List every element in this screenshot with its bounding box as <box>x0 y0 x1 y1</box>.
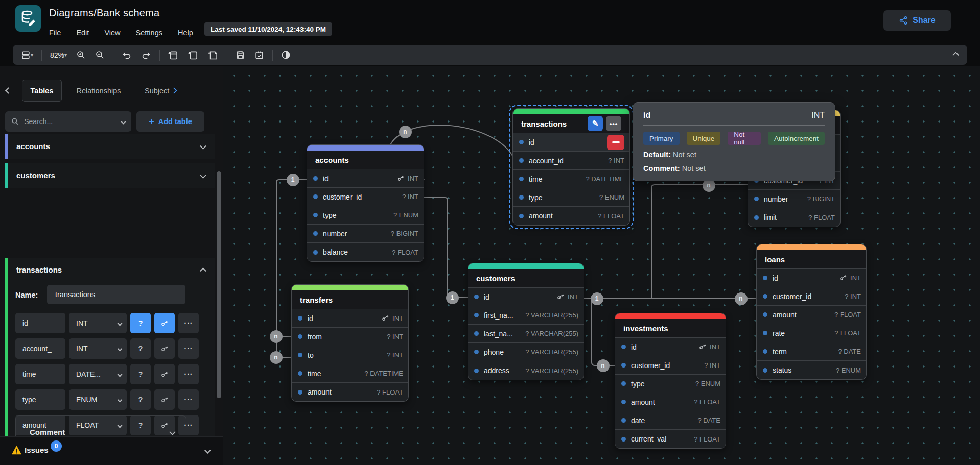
table-field-row[interactable]: idINT <box>307 169 424 188</box>
table-field-row[interactable]: phone? VARCHAR(255) <box>468 343 584 361</box>
zoom-out-button[interactable] <box>92 48 108 62</box>
field-name-button[interactable]: account_ <box>15 338 65 359</box>
table-field-row[interactable]: limit? FLOAT <box>748 208 840 227</box>
primary-key-toggle[interactable] <box>154 313 175 333</box>
table-field-row[interactable]: time? DATETIME <box>513 170 629 188</box>
app-logo[interactable] <box>15 5 41 32</box>
field-options-button[interactable]: ··· <box>178 338 199 359</box>
zoom-level-dropdown[interactable]: 82% ▾ <box>47 49 70 61</box>
nullable-toggle[interactable]: ? <box>130 364 151 384</box>
table-field-row[interactable]: amount? FLOAT <box>615 393 726 411</box>
table-transactions[interactable]: transactions✎•••idaccount_id? INTtime? D… <box>512 108 630 226</box>
field-type-dropdown[interactable]: ENUM <box>69 389 127 410</box>
table-field-row[interactable]: number? BIGINT <box>748 190 840 208</box>
layout-tool-button[interactable]: ▾ <box>18 48 36 62</box>
menu-item-edit[interactable]: Edit <box>76 29 89 37</box>
zoom-in-button[interactable] <box>73 48 89 62</box>
chevron-down-icon[interactable] <box>204 447 211 454</box>
table-field-row[interactable]: amount? FLOAT <box>757 306 866 324</box>
table-options-button[interactable]: ••• <box>606 116 621 131</box>
tabs-scroll-right-icon[interactable] <box>172 86 176 95</box>
chevron-down-icon[interactable] <box>200 172 206 179</box>
table-field-row[interactable]: amount? FLOAT <box>292 383 408 401</box>
table-field-row[interactable]: type? ENUM <box>615 375 726 393</box>
transactions-item-label[interactable]: transactions <box>16 265 62 274</box>
table-field-row[interactable]: date? DATE <box>615 411 726 430</box>
nullable-toggle[interactable]: ? <box>130 313 151 333</box>
chevron-down-icon[interactable] <box>200 143 206 150</box>
menu-item-view[interactable]: View <box>104 29 120 37</box>
add-note-tool[interactable] <box>205 48 222 62</box>
table-field-row[interactable]: idINT <box>292 309 408 328</box>
field-type-dropdown[interactable]: DATE... <box>69 364 127 384</box>
table-field-row[interactable]: rate? FLOAT <box>757 324 866 342</box>
field-type-dropdown[interactable]: INT <box>69 313 127 333</box>
tab-relationships[interactable]: Relationships <box>68 80 129 102</box>
search-input[interactable] <box>24 117 116 126</box>
field-name-button[interactable]: id <box>15 313 65 333</box>
table-field-row[interactable]: term? DATE <box>757 342 866 361</box>
table-field-row[interactable]: number? BIGINT <box>307 225 424 243</box>
table-field-row[interactable]: current_val? FLOAT <box>615 430 726 448</box>
table-field-row[interactable]: from? INT <box>292 328 408 346</box>
issues-bar[interactable]: Issues 0 <box>0 436 223 465</box>
table-field-row[interactable]: status? ENUM <box>757 361 866 379</box>
field-name-button[interactable]: type <box>15 389 65 410</box>
table-field-row[interactable]: customer_id? INT <box>615 356 726 375</box>
table-field-row[interactable]: idINT <box>757 269 866 287</box>
undo-button[interactable] <box>119 48 135 62</box>
menu-item-settings[interactable]: Settings <box>136 29 162 37</box>
table-field-row[interactable]: type? ENUM <box>513 188 629 207</box>
field-type-dropdown[interactable]: INT <box>69 338 127 359</box>
delete-field-button[interactable] <box>607 135 624 150</box>
table-field-row[interactable]: idINT <box>468 288 584 306</box>
sidebar-item-customers[interactable]: customers <box>5 163 215 188</box>
table-field-row[interactable]: to? INT <box>292 346 408 364</box>
search-filter-chevron-icon[interactable] <box>121 119 126 124</box>
edit-table-button[interactable]: ✎ <box>588 116 603 131</box>
menu-item-file[interactable]: File <box>49 29 61 37</box>
tabs-scroll-left-icon[interactable] <box>6 86 11 95</box>
table-accounts[interactable]: accountsidINTcustomer_id? INTtype? ENUMn… <box>307 144 424 262</box>
field-options-button[interactable]: ··· <box>178 389 199 410</box>
theme-toggle-button[interactable] <box>278 48 294 62</box>
table-field-row[interactable]: last_na...? VARCHAR(255) <box>468 325 584 343</box>
menu-item-help[interactable]: Help <box>178 29 193 37</box>
table-transfers[interactable]: transfersidINTfrom? INTto? INTtime? DATE… <box>291 284 409 402</box>
table-name-input[interactable] <box>47 285 185 304</box>
table-field-row[interactable]: customer_id? INT <box>307 188 424 206</box>
add-table-button[interactable]: + Add table <box>136 111 204 132</box>
primary-key-toggle[interactable] <box>154 338 175 359</box>
table-customers[interactable]: customersidINTfirst_na...? VARCHAR(255)l… <box>468 263 584 380</box>
table-field-row[interactable]: first_na...? VARCHAR(255) <box>468 306 584 325</box>
toolbar-collapse-button[interactable] <box>953 50 958 59</box>
table-field-row[interactable]: balance? FLOAT <box>307 243 424 261</box>
table-field-row[interactable]: time? DATETIME <box>292 364 408 383</box>
save-button[interactable] <box>232 48 248 62</box>
table-field-row[interactable]: account_id? INT <box>513 152 629 170</box>
nullable-toggle[interactable]: ? <box>130 389 151 410</box>
table-field-row[interactable]: customer_id? INT <box>757 287 866 306</box>
table-field-row[interactable]: id <box>513 133 629 152</box>
add-area-tool[interactable] <box>185 48 202 62</box>
table-field-row[interactable]: type? ENUM <box>307 206 424 225</box>
table-field-row[interactable]: address? VARCHAR(255) <box>468 361 584 380</box>
todo-button[interactable] <box>251 48 267 62</box>
tab-tables[interactable]: Tables <box>22 80 62 102</box>
field-options-button[interactable]: ··· <box>178 313 199 333</box>
share-button[interactable]: Share <box>883 10 951 31</box>
nullable-toggle[interactable]: ? <box>130 338 151 359</box>
sidebar-item-accounts[interactable]: accounts <box>5 134 215 159</box>
redo-button[interactable] <box>138 48 154 62</box>
primary-key-toggle[interactable] <box>154 364 175 384</box>
table-field-row[interactable]: idINT <box>615 338 726 356</box>
chevron-up-icon[interactable] <box>200 267 206 274</box>
primary-key-toggle[interactable] <box>154 389 175 410</box>
add-table-tool[interactable] <box>165 48 182 62</box>
sidebar-scrollbar[interactable] <box>217 171 221 398</box>
field-options-button[interactable]: ··· <box>178 364 199 384</box>
table-field-row[interactable]: amount? FLOAT <box>513 207 629 225</box>
table-search[interactable] <box>5 111 131 132</box>
tab-subject-areas[interactable]: Subject ar <box>145 80 171 102</box>
table-investments[interactable]: investmentsidINTcustomer_id? INTtype? EN… <box>615 313 726 449</box>
